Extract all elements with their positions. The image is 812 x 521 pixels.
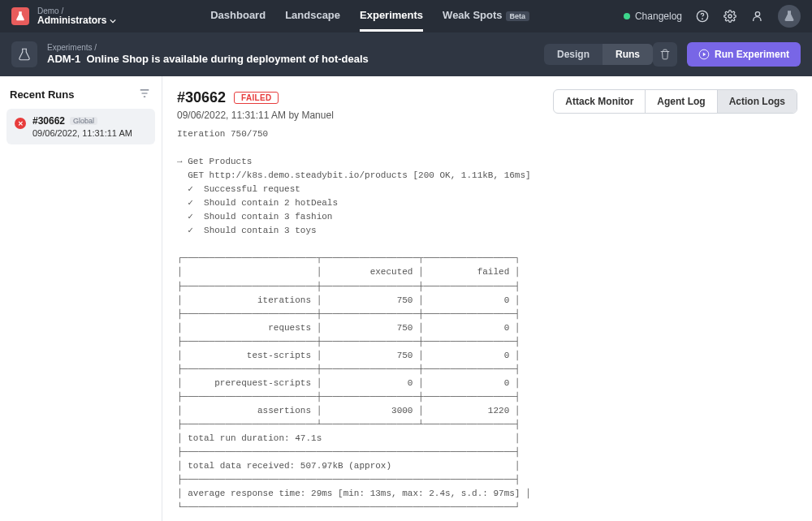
experiment-breadcrumb[interactable]: Experiments /	[47, 43, 369, 53]
failed-status-icon	[15, 118, 26, 129]
log-output: Iteration 750/750 → Get Products GET htt…	[177, 127, 797, 521]
log-table-summary: │ total run duration: 47.1s │	[177, 433, 520, 443]
status-badge: FAILED	[234, 92, 279, 104]
run-list-item[interactable]: #30662 Global 09/06/2022, 11:31:11 AM	[6, 109, 155, 144]
log-check: ✓ Should contain 3 fashion	[177, 212, 332, 222]
log-table-border: ├─────────────────────────┼─────────────…	[177, 337, 520, 347]
log-table-row: │ iterations │ 750 │ 0 │	[177, 295, 520, 305]
breadcrumb-bottom: Administrators	[37, 15, 116, 26]
log-table-border: └───────────────────────────────────────…	[177, 502, 520, 512]
log-table-border: ├─────────────────────────┼─────────────…	[177, 392, 520, 402]
changelog-dot-icon	[624, 13, 630, 19]
beta-badge: Beta	[506, 11, 530, 21]
log-table-border: ├─────────────────────────┼─────────────…	[177, 309, 520, 319]
subheader-right: Run Experiment	[653, 42, 801, 67]
log-table-row: │ test-scripts │ 750 │ 0 │	[177, 351, 520, 360]
experiment-title-block: Experiments / ADM-1 Online Shop is avail…	[47, 43, 369, 66]
log-table-summary: │ total data received: 507.97kB (approx)…	[177, 461, 520, 471]
log-table-border: ├───────────────────────────────────────…	[177, 475, 520, 484]
tab-action-logs[interactable]: Action Logs	[718, 90, 797, 113]
sidebar-header: Recent Runs	[6, 88, 155, 109]
log-table-border: ├─────────────────────────┼─────────────…	[177, 364, 520, 374]
experiment-icon-box	[11, 41, 37, 67]
flask-icon	[15, 11, 26, 22]
tab-attack-monitor[interactable]: Attack Monitor	[554, 90, 646, 113]
topbar-right: Changelog	[624, 5, 801, 28]
svg-point-3	[755, 12, 759, 16]
app-logo[interactable]	[11, 7, 29, 25]
main-layout: Recent Runs #30662 Global 09/06/2022, 11…	[0, 76, 812, 521]
main-nav: Dashboard Landscape Experiments Weak Spo…	[116, 1, 624, 32]
chevron-down-icon	[110, 18, 116, 24]
log-table-row: │ requests │ 750 │ 0 │	[177, 323, 520, 333]
nav-dashboard[interactable]: Dashboard	[210, 1, 266, 32]
view-tabs: Design Runs	[544, 44, 653, 65]
log-table-border: ├───────────────────────────────────────…	[177, 447, 520, 457]
svg-point-1	[702, 19, 703, 19]
gear-icon	[723, 10, 736, 23]
flask-outline-icon	[17, 47, 32, 62]
help-icon	[696, 10, 709, 23]
log-table-summary: │ average response time: 29ms [min: 13ms…	[177, 489, 531, 498]
help-button[interactable]	[695, 9, 710, 24]
log-table-header: │ │ executed │ failed │	[177, 267, 520, 277]
delete-button[interactable]	[653, 42, 677, 67]
run-date: 09/06/2022, 11:31:11 AM	[32, 128, 147, 138]
profile-button[interactable]	[750, 9, 765, 24]
filter-button[interactable]	[139, 88, 152, 101]
tab-runs[interactable]: Runs	[603, 44, 653, 65]
play-icon	[698, 49, 710, 60]
tab-agent-log[interactable]: Agent Log	[646, 90, 717, 113]
topbar: Demo / Administrators Dashboard Landscap…	[0, 0, 812, 32]
trash-icon	[659, 49, 671, 60]
flask-icon	[783, 10, 796, 23]
run-experiment-button[interactable]: Run Experiment	[687, 42, 801, 67]
nav-experiments[interactable]: Experiments	[360, 1, 423, 32]
run-item-content: #30662 Global 09/06/2022, 11:31:11 AM	[32, 115, 147, 138]
sidebar-title: Recent Runs	[10, 88, 74, 101]
log-table-border: ┌─────────────────────────┬─────────────…	[177, 253, 520, 263]
user-icon	[751, 10, 764, 23]
log-iteration: Iteration 750/750	[177, 129, 268, 139]
settings-button[interactable]	[723, 9, 737, 24]
log-test-toggle[interactable]: → Get Products	[177, 157, 252, 166]
run-content: #30662 FAILED 09/06/2022, 11:31:11 AM by…	[162, 76, 812, 521]
log-table-row: │ prerequest-scripts │ 0 │ 0 │	[177, 378, 520, 388]
log-check: ✓ Should contain 2 hotDeals	[177, 198, 338, 208]
nav-weakspots[interactable]: Weak SpotsBeta	[443, 1, 529, 32]
log-tabs: Attack Monitor Agent Log Action Logs	[553, 89, 797, 114]
run-header: #30662 FAILED 09/06/2022, 11:31:11 AM by…	[177, 89, 797, 121]
run-scope-badge: Global	[70, 117, 97, 125]
topbar-left: Demo / Administrators	[11, 6, 116, 26]
run-meta: 09/06/2022, 11:31:11 AM by Manuel	[177, 110, 334, 121]
changelog-link[interactable]: Changelog	[624, 11, 682, 22]
run-title: #30662	[177, 89, 226, 106]
tenant-breadcrumb[interactable]: Demo / Administrators	[37, 6, 116, 26]
log-check: ✓ Should contain 3 toys	[177, 226, 317, 235]
run-number: #30662	[32, 115, 65, 127]
tab-design[interactable]: Design	[544, 44, 603, 65]
log-table-border: ├─────────────────────────┼─────────────…	[177, 282, 520, 291]
filter-icon	[139, 88, 150, 99]
experiment-title: ADM-1 Online Shop is available during de…	[47, 53, 369, 66]
recent-runs-sidebar: Recent Runs #30662 Global 09/06/2022, 11…	[0, 76, 162, 521]
log-check: ✓ Successful request	[177, 184, 300, 194]
svg-point-2	[728, 15, 732, 18]
user-avatar[interactable]	[778, 5, 801, 28]
subheader-left: Experiments / ADM-1 Online Shop is avail…	[11, 41, 544, 67]
log-table-row: │ assertions │ 3000 │ 1220 │	[177, 406, 520, 416]
log-request: GET http://k8s.demo.steadybit.io/product…	[177, 170, 531, 180]
nav-landscape[interactable]: Landscape	[285, 1, 340, 32]
subheader: Experiments / ADM-1 Online Shop is avail…	[0, 32, 812, 76]
log-table-border: ├─────────────────────────┴─────────────…	[177, 420, 520, 429]
